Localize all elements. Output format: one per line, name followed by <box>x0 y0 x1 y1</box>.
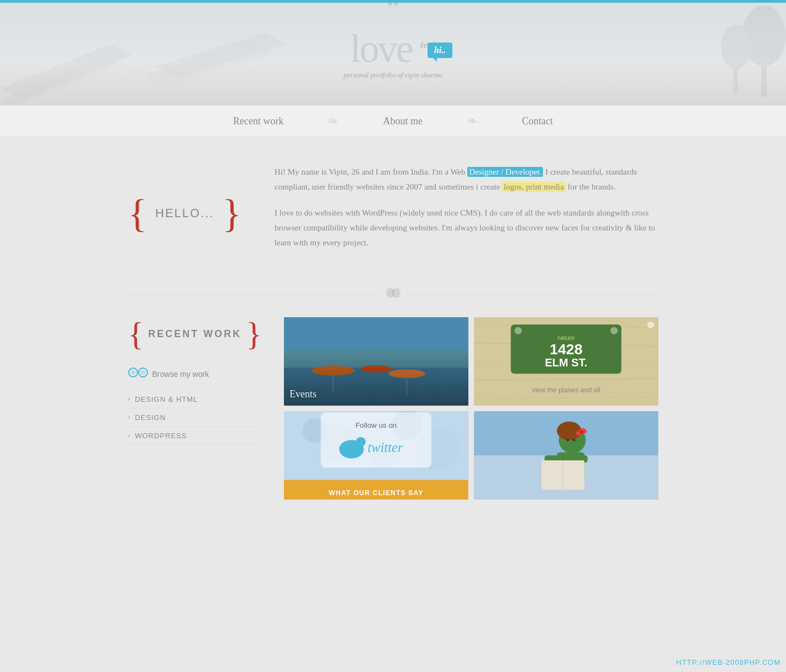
hero-section: love the web hi.. personal portfolio of … <box>0 3 786 105</box>
svg-point-55 <box>557 422 581 440</box>
svg-text:nature: nature <box>557 334 575 341</box>
glasses-icon <box>128 367 148 381</box>
svg-text:Follow us on: Follow us on <box>356 421 397 429</box>
svg-text:WHAT OUR CLIENTS SAY: WHAT OUR CLIENTS SAY <box>329 489 424 497</box>
svg-text:ELM ST.: ELM ST. <box>545 356 587 369</box>
brace-open: { <box>128 193 147 233</box>
arrow-icon: › <box>128 395 131 403</box>
nav-contact[interactable]: Contact <box>522 113 553 129</box>
thumb-dot-right <box>647 322 654 328</box>
work-link-label: DESIGN & HTML <box>135 395 198 403</box>
hero-content: love the web hi.. personal portfolio of … <box>344 29 442 80</box>
hi-bubble: hi.. <box>428 43 452 58</box>
svg-point-21 <box>388 369 425 378</box>
about-heading: { HELLO... } <box>128 165 242 261</box>
svg-text:twitter: twitter <box>368 440 403 455</box>
glasses-svg <box>128 367 148 378</box>
svg-point-20 <box>312 366 355 376</box>
girl-bg <box>474 411 658 500</box>
svg-rect-12 <box>393 289 394 297</box>
svg-point-22 <box>361 365 392 372</box>
work-sidebar: { RECENT WORK } Browse my w <box>128 317 262 500</box>
about-title: HELLO... <box>155 206 214 221</box>
nav-about-me[interactable]: About me <box>383 113 423 129</box>
main-content: { HELLO... } Hi! My name is Vipin, 26 an… <box>117 137 669 527</box>
browse-icon-row: Browse my work <box>128 367 262 381</box>
footer-watermark: HTTP://WEB-2008PHP.COM <box>676 658 780 666</box>
thumb-girl[interactable] <box>474 411 658 500</box>
svg-point-2 <box>721 25 752 69</box>
nav-recent-work[interactable]: Recent work <box>233 113 283 129</box>
work-heading: { RECENT WORK } <box>128 317 262 350</box>
work-link-label: WORDPRESS <box>135 432 187 440</box>
work-link-design-html[interactable]: › DESIGN & HTML <box>128 390 262 408</box>
work-link-label: DESIGN <box>135 413 166 422</box>
twitter-bg: Follow us on twitter WHAT OUR CLIENTS SA… <box>284 411 468 500</box>
tree-right-decor <box>720 3 786 102</box>
svg-point-17 <box>141 370 145 375</box>
recent-work-section: { RECENT WORK } Browse my w <box>128 317 658 500</box>
svg-point-61 <box>567 439 569 441</box>
thumb-twitter[interactable]: Follow us on twitter WHAT OUR CLIENTS SA… <box>284 411 468 500</box>
svg-point-48 <box>356 437 366 447</box>
svg-point-65 <box>579 430 583 434</box>
svg-point-37 <box>514 327 521 334</box>
logos-highlight: logos, print media <box>502 182 566 192</box>
arrow-icon: › <box>128 431 131 440</box>
svg-rect-7 <box>394 3 398 6</box>
svg-rect-1 <box>761 64 767 97</box>
work-brace-close: } <box>246 317 262 350</box>
svg-point-62 <box>573 439 575 441</box>
nav-divider-2: ❧ <box>467 113 478 129</box>
museum-bg: nature 1428 ELM ST. view the planes and … <box>474 317 658 406</box>
work-link-design[interactable]: › DESIGN <box>128 408 262 427</box>
section-divider <box>128 295 658 295</box>
divider-icon <box>381 287 405 302</box>
work-link-wordpress[interactable]: › WORDPRESS <box>128 427 262 445</box>
svg-rect-23 <box>284 349 468 368</box>
svg-text:view the planes and all: view the planes and all <box>532 386 600 394</box>
butterfly-icon <box>386 287 401 299</box>
thumb-events[interactable]: Events <box>284 317 468 406</box>
person-silhouette <box>385 3 402 7</box>
arrow-icon: › <box>128 413 131 422</box>
main-nav: Recent work ❧ About me ❧ Contact <box>0 105 786 137</box>
about-section: { HELLO... } Hi! My name is Vipin, 26 an… <box>128 165 658 261</box>
svg-point-10 <box>386 288 394 298</box>
hero-logo: love the web <box>350 29 436 69</box>
svg-rect-6 <box>388 3 392 6</box>
about-para-1: Hi! My name is Vipin, 26 and I am from I… <box>275 165 658 195</box>
browse-section: Browse my work › DESIGN & HTML › DESIGN … <box>128 367 262 445</box>
nav-divider-1: ❧ <box>328 113 339 129</box>
brace-close: } <box>223 193 242 233</box>
svg-text:1428: 1428 <box>550 341 583 358</box>
svg-point-11 <box>393 288 400 298</box>
hero-tagline: personal portfolio of vipin sharma <box>344 71 442 80</box>
svg-point-38 <box>610 327 618 334</box>
designer-highlight: Designer / Developer. <box>467 167 543 177</box>
thumb-events-label: Events <box>289 389 316 400</box>
work-brace-open: { <box>128 317 144 350</box>
browse-label: Browse my work <box>152 370 209 379</box>
thumb-museum[interactable]: nature 1428 ELM ST. view the planes and … <box>474 317 658 406</box>
lightning-left-decor <box>0 33 287 105</box>
about-text: Hi! My name is Vipin, 26 and I am from I… <box>275 165 658 261</box>
about-para-2: I love to do websites with WordPress (wi… <box>275 206 658 250</box>
work-links-list: › DESIGN & HTML › DESIGN › WORDPRESS <box>128 390 262 445</box>
svg-rect-3 <box>734 66 738 94</box>
work-thumbnails-grid: Events nature 1428 ELM ST. <box>284 317 658 500</box>
svg-point-16 <box>131 370 135 375</box>
work-title: RECENT WORK <box>148 328 241 340</box>
